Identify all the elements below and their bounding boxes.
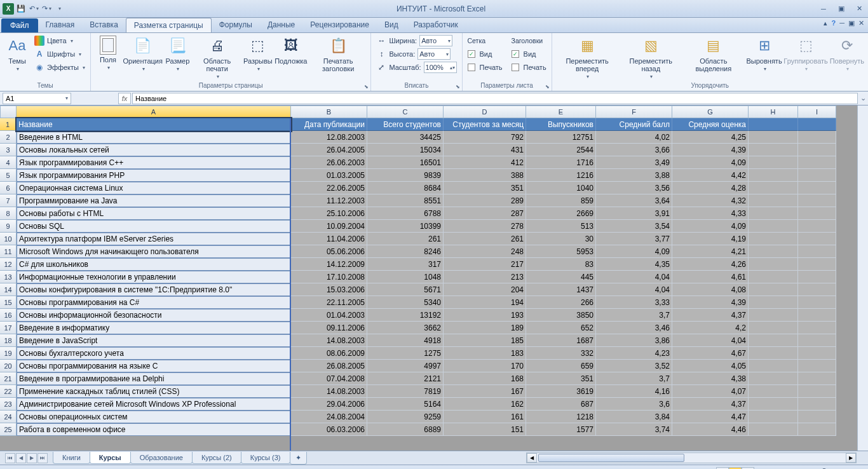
cell[interactable]: 4,26	[672, 258, 749, 271]
cell[interactable]	[749, 283, 798, 296]
cell[interactable]: 26.06.2003	[291, 156, 367, 169]
gridlines-print-check[interactable]: Печать	[466, 61, 504, 74]
cell[interactable]	[749, 322, 798, 334]
cell[interactable]: 6889	[367, 423, 444, 436]
save-icon[interactable]: 💾	[15, 3, 27, 15]
header-cell[interactable]	[798, 118, 836, 131]
cell[interactable]: 2121	[367, 372, 444, 385]
fonts-button[interactable]: AШрифты▾	[33, 48, 86, 60]
cell[interactable]: 4,32	[672, 194, 749, 207]
cell[interactable]: 3,77	[596, 233, 672, 245]
ribbon-tab-5[interactable]: Рецензирование	[302, 18, 377, 32]
cell[interactable]	[798, 131, 836, 144]
cell[interactable]	[798, 398, 836, 411]
cell[interactable]: 3,7	[596, 309, 672, 322]
cell[interactable]: 3,64	[596, 194, 672, 207]
cell[interactable]: Архитектура платформ IBM eServer zSeries	[17, 233, 291, 245]
cell[interactable]: 4,67	[672, 347, 749, 360]
cell[interactable]: 01.03.2005	[291, 169, 367, 182]
row-header-12[interactable]: 12	[0, 258, 17, 271]
cell[interactable]: 261	[367, 233, 444, 245]
sheet-tab-2[interactable]: Образование	[130, 452, 193, 464]
help-icon[interactable]: ?	[831, 19, 836, 27]
row-header-20[interactable]: 20	[0, 360, 17, 372]
cell[interactable]: 4,23	[596, 347, 672, 360]
hscroll-right-icon[interactable]: ▶	[846, 453, 856, 463]
send-backward-button[interactable]: ▧Переместить назад▾	[621, 34, 681, 81]
cell[interactable]: Основы конфигурирования в системе "1С:Пр…	[17, 283, 291, 296]
row-header-18[interactable]: 18	[0, 334, 17, 347]
background-button[interactable]: 🖼Подложка	[275, 34, 307, 66]
cell[interactable]	[798, 271, 836, 283]
normal-view-button[interactable]: ▦	[716, 467, 729, 470]
cell[interactable]: 388	[444, 169, 526, 182]
cell[interactable]: 4,61	[672, 271, 749, 283]
cell[interactable]: 4,47	[672, 411, 749, 423]
size-button[interactable]: 📃Размер▾	[164, 34, 191, 73]
cell[interactable]: 170	[444, 360, 526, 372]
bring-forward-button[interactable]: ▦Переместить вперед▾	[556, 34, 619, 81]
cell[interactable]: Основы локальных сетей	[17, 144, 291, 156]
select-all-corner[interactable]	[0, 105, 17, 118]
orientation-button[interactable]: 📄Ориентация▾	[124, 34, 161, 73]
cell[interactable]: 4,25	[672, 131, 749, 144]
cell[interactable]: 01.04.2003	[291, 309, 367, 322]
cell[interactable]: 12.08.2003	[291, 131, 367, 144]
cell[interactable]: 8684	[367, 182, 444, 194]
cell[interactable]: 204	[444, 283, 526, 296]
cell[interactable]: 513	[526, 220, 596, 233]
cell[interactable]: 859	[526, 194, 596, 207]
fx-icon[interactable]: fx	[118, 93, 131, 104]
cell[interactable]: Введение в программирование на Delphi	[17, 372, 291, 385]
ribbon-tab-1[interactable]: Вставка	[82, 18, 126, 32]
col-header-I[interactable]: I	[798, 105, 836, 118]
cell[interactable]: 4,09	[596, 245, 672, 258]
col-header-H[interactable]: H	[749, 105, 798, 118]
doc-close-icon[interactable]: ✕	[858, 19, 864, 27]
cell[interactable]	[749, 309, 798, 322]
print-titles-button[interactable]: 📋Печатать заголовки	[309, 34, 367, 74]
cell[interactable]	[798, 334, 836, 347]
cell[interactable]: 5340	[367, 296, 444, 309]
cell[interactable]: 9839	[367, 169, 444, 182]
cell[interactable]: 431	[444, 144, 526, 156]
group-button[interactable]: ⬚Группировать▾	[784, 34, 827, 73]
cell[interactable]: 11.12.2003	[291, 194, 367, 207]
cell[interactable]: Информационные технологии в управлении	[17, 271, 291, 283]
cell[interactable]: 09.11.2006	[291, 322, 367, 334]
cell[interactable]	[798, 360, 836, 372]
cell[interactable]: 2544	[526, 144, 596, 156]
cell[interactable]: Администрирование сетей Microsoft Window…	[17, 398, 291, 411]
cell[interactable]	[749, 131, 798, 144]
cell[interactable]: 26.04.2005	[291, 144, 367, 156]
cell[interactable]: 189	[444, 322, 526, 334]
cell[interactable]: 14.08.2003	[291, 334, 367, 347]
cell[interactable]: 4,19	[672, 233, 749, 245]
cell[interactable]: Язык программирования C++	[17, 156, 291, 169]
cell[interactable]	[798, 182, 836, 194]
cell[interactable]: 26.08.2005	[291, 360, 367, 372]
ribbon-tab-2[interactable]: Разметка страницы	[126, 18, 212, 32]
row-header-8[interactable]: 8	[0, 207, 17, 220]
cell[interactable]: 15.03.2006	[291, 283, 367, 296]
row-header-16[interactable]: 16	[0, 309, 17, 322]
cell[interactable]: 1577	[526, 423, 596, 436]
ribbon-tab-6[interactable]: Вид	[377, 18, 406, 32]
restore-button[interactable]: ▣	[835, 4, 848, 14]
header-cell[interactable]: Студентов за месяц	[444, 118, 526, 131]
cell[interactable]: 3619	[526, 385, 596, 398]
row-header-7[interactable]: 7	[0, 194, 17, 207]
file-tab[interactable]: Файл	[1, 18, 38, 32]
rotate-button[interactable]: ⟳Повернуть▾	[830, 34, 864, 73]
cell[interactable]	[798, 385, 836, 398]
cell[interactable]: Microsoft Windows для начинающего пользо…	[17, 245, 291, 258]
cell[interactable]: 351	[526, 372, 596, 385]
cell[interactable]	[798, 309, 836, 322]
cell[interactable]	[749, 194, 798, 207]
undo-icon[interactable]: ↶▾	[28, 3, 39, 15]
cell[interactable]: 248	[444, 245, 526, 258]
cell[interactable]: 261	[444, 233, 526, 245]
row-header-21[interactable]: 21	[0, 372, 17, 385]
cell[interactable]	[798, 220, 836, 233]
cell[interactable]: 4,21	[672, 245, 749, 258]
